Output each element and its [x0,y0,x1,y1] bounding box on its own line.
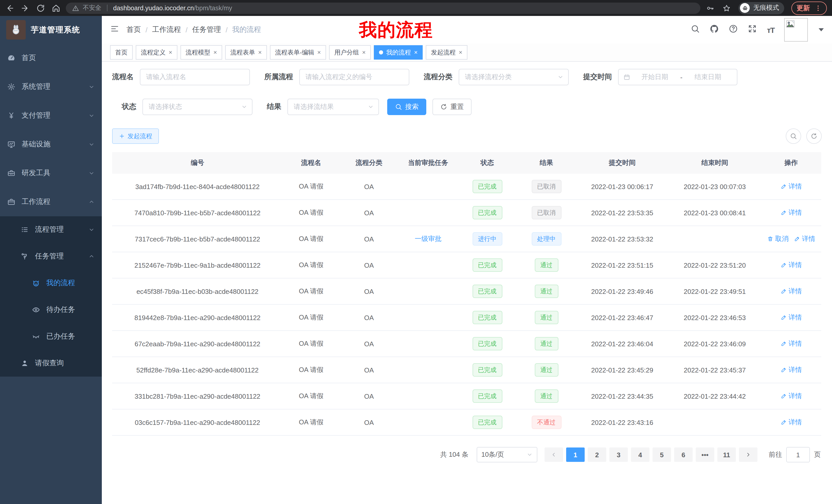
browser-menu-dots-icon[interactable] [814,4,822,11]
cell-result: 处理中 [517,232,576,246]
start-process-button[interactable]: 发起流程 [112,129,159,144]
sidebar-collapse-icon[interactable] [110,24,119,35]
breadcrumb-item[interactable]: 首页 [127,25,141,34]
tab-start-process[interactable]: 发起流程× [426,45,467,60]
browser-back-icon[interactable] [5,3,15,12]
tab-process-form[interactable]: 流程表单× [225,45,267,60]
password-key-icon[interactable] [705,3,715,12]
tab-user-group[interactable]: 用户分组× [329,45,371,60]
detail-action-link[interactable]: 详情 [780,208,802,217]
fullscreen-icon[interactable] [748,24,757,35]
browser-forward-icon[interactable] [21,3,30,12]
sidebar-item-infra[interactable]: 基础设施 [0,130,102,159]
detail-action-link[interactable]: 详情 [794,234,815,244]
category-select[interactable]: 请选择流程分类 [459,69,569,85]
sidebar-item-my-process[interactable]: 我的流程 [0,270,102,297]
breadcrumb-item[interactable]: 任务管理 [192,25,221,34]
sidebar-item-done-tasks[interactable]: 已办任务 [0,323,102,350]
sidebar-item-todo-tasks[interactable]: 待办任务 [0,297,102,323]
chevron-down-icon [88,141,95,147]
tab-close-icon[interactable]: × [362,49,366,55]
detail-action-link[interactable]: 详情 [780,391,802,401]
page-size-select[interactable]: 10条/页 [477,447,537,463]
sidebar-item-workflow[interactable]: 工作流程 [0,188,102,216]
cell-result: 通过 [517,258,576,272]
url-separator [107,5,107,11]
page-ellipsis[interactable]: ••• [696,447,714,462]
browser-home-icon[interactable] [51,3,61,12]
detail-action-link[interactable]: 详情 [780,339,802,348]
sidebar-item-label: 我的流程 [46,278,75,288]
sidebar-item-home[interactable]: 首页 [0,44,102,73]
help-icon[interactable] [729,24,738,35]
prev-page-button[interactable] [545,447,563,462]
security-warning-icon [72,4,79,11]
page-button-1[interactable]: 1 [566,447,585,462]
tab-close-icon[interactable]: × [459,49,462,55]
tab-label: 流程表单-编辑 [275,48,314,57]
incognito-indicator: 无痕模式 [738,2,784,14]
next-page-button[interactable] [739,447,757,462]
detail-action-link[interactable]: 详情 [780,182,802,191]
breadcrumb-item[interactable]: 工作流程 [152,25,181,34]
process-name-input[interactable]: 请输入流程名 [140,69,250,85]
tab-close-icon[interactable]: × [414,49,418,55]
detail-action-link[interactable]: 详情 [780,260,802,270]
sidebar-item-payment[interactable]: 支付管理 [0,101,102,130]
sidebar-item-leave-query[interactable]: 请假查询 [0,350,102,376]
refresh-table-button[interactable] [806,129,822,144]
reset-button[interactable]: 重置 [433,99,471,115]
detail-action-link[interactable]: 详情 [780,313,802,322]
tab-close-icon[interactable]: × [213,49,217,55]
tab-close-icon[interactable]: × [317,49,321,55]
sidebar-item-process-mgmt[interactable]: 流程管理 [0,216,102,243]
avatar-dropdown-caret-icon[interactable] [818,28,824,31]
current-task-link[interactable]: 一级审批 [415,234,441,244]
show-search-button[interactable] [786,129,801,144]
page-button-2[interactable]: 2 [588,447,606,462]
cell-result: 通过 [517,363,576,376]
cell-process-name: OA 请假 [283,365,339,374]
browser-update-button[interactable]: 更新 [791,1,827,15]
edit-icon [780,262,786,268]
tab-home[interactable]: 首页 [110,45,133,60]
avatar[interactable] [784,18,808,41]
status-select[interactable]: 请选择状态 [142,99,253,115]
search-button[interactable]: 搜索 [387,99,426,115]
goto-page-input[interactable]: 1 [786,447,810,463]
browser-reload-icon[interactable] [36,3,45,12]
tab-my-process[interactable]: 我的流程× [374,45,423,60]
github-icon[interactable] [710,24,719,35]
tab-process-model[interactable]: 流程模型× [181,45,222,60]
detail-action-link[interactable]: 详情 [780,365,802,374]
calendar-icon [623,74,630,81]
status-badge: 已完成 [472,337,502,351]
detail-action-link[interactable]: 详情 [780,287,802,296]
sidebar-item-system[interactable]: 系统管理 [0,73,102,101]
sidebar-item-devtools[interactable]: 研发工具 [0,159,102,188]
search-icon[interactable] [691,24,700,35]
cell-end-time: 2022-01-22 23:46:09 [669,340,761,347]
bookmark-star-icon[interactable] [722,3,731,12]
tab-process-definition[interactable]: 流程定义× [136,45,177,60]
sidebar-item-label: 基础设施 [22,140,50,149]
sidebar-item-task-mgmt[interactable]: 任务管理 [0,243,102,270]
tab-close-icon[interactable]: × [169,49,172,55]
tab-process-form-edit[interactable]: 流程表单-编辑× [270,45,326,60]
process-definition-input[interactable]: 请输入流程定义的编号 [299,69,409,85]
page-button-4[interactable]: 4 [631,447,649,462]
cancel-action-link[interactable]: 取消 [767,234,788,244]
result-select[interactable]: 请选择流结果 [287,99,379,115]
page-button-5[interactable]: 5 [653,447,671,462]
detail-action-link[interactable]: 详情 [780,418,802,427]
page-button-3[interactable]: 3 [609,447,628,462]
tab-close-icon[interactable]: × [258,49,262,55]
page-button-11[interactable]: 11 [717,447,736,462]
font-size-icon[interactable]: тT [767,25,774,34]
table-row: 7317cec6-7b9b-11ec-b5b7-acde48001122OA 请… [112,226,821,252]
submit-time-range-picker[interactable]: 开始日期 - 结束日期 [618,69,737,85]
result-badge: 通过 [535,311,558,324]
page-button-6[interactable]: 6 [674,447,693,462]
cell-actions: 详情 [761,418,821,427]
address-bar[interactable]: 不安全 dashboard.yudao.iocoder.cn/bpm/task/… [66,2,700,13]
